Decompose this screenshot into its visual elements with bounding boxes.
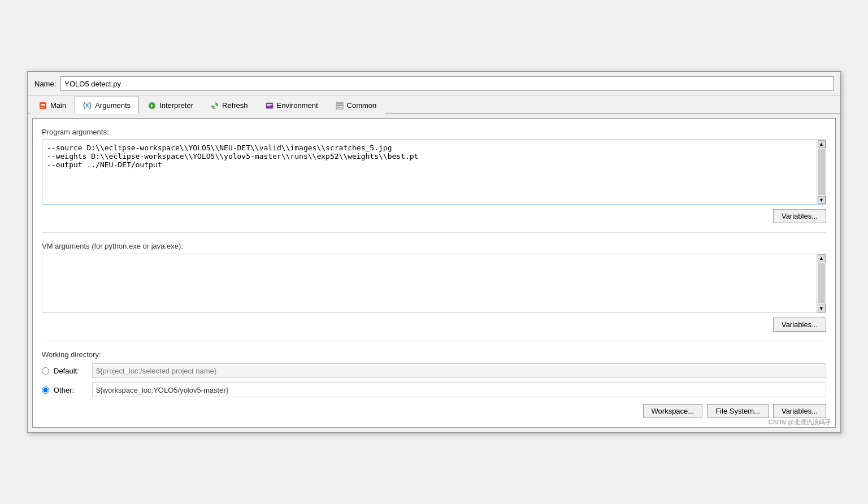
program-arguments-wrapper: --source D:\\eclipse-workspace\\YOLO5\\N… [42, 140, 826, 205]
watermark: CSDN @北漂流浪码手 [769, 418, 831, 427]
vm-scroll-up-arrow[interactable]: ▲ [818, 254, 826, 262]
scroll-thumb[interactable] [818, 149, 825, 195]
other-dir-input[interactable] [92, 383, 826, 397]
vm-args-scrollbar[interactable]: ▲ ▼ [817, 254, 826, 312]
working-dir-variables-button[interactable]: Variables... [773, 404, 826, 418]
workspace-button[interactable]: Workspace... [643, 404, 703, 418]
program-arguments-section: Program arguments: --source D:\\eclipse-… [42, 128, 826, 223]
svg-rect-10 [337, 103, 342, 105]
file-system-button[interactable]: File System... [707, 404, 769, 418]
svg-rect-8 [267, 105, 271, 106]
main-icon [38, 101, 47, 110]
vm-arguments-input[interactable] [42, 254, 817, 311]
refresh-icon [210, 101, 219, 110]
common-icon [335, 101, 344, 110]
default-radio-row: Default: [42, 363, 826, 378]
environment-icon [265, 101, 274, 110]
vm-arguments-wrapper: ▲ ▼ [42, 254, 826, 313]
svg-rect-1 [41, 104, 45, 105]
tab-common[interactable]: Common [327, 97, 385, 114]
arguments-icon: (x)= [83, 101, 92, 110]
svg-rect-11 [337, 105, 342, 106]
svg-rect-7 [267, 104, 272, 105]
svg-text:(x)=: (x)= [83, 101, 92, 109]
svg-rect-12 [337, 107, 341, 108]
program-args-variables-row: Variables... [42, 209, 826, 223]
vm-scroll-down-arrow[interactable]: ▼ [818, 305, 826, 312]
program-args-variables-button[interactable]: Variables... [773, 209, 826, 223]
vm-args-variables-button[interactable]: Variables... [773, 318, 826, 332]
svg-rect-2 [41, 105, 45, 106]
separator-1 [42, 232, 826, 233]
name-input[interactable] [60, 76, 834, 91]
tab-interpreter[interactable]: Interpreter [139, 97, 202, 114]
vm-scroll-thumb[interactable] [818, 263, 825, 303]
tab-refresh[interactable]: Refresh [202, 97, 257, 114]
svg-rect-3 [41, 107, 44, 108]
separator-2 [42, 341, 826, 341]
tab-environment-label: Environment [277, 101, 318, 110]
tab-arguments-label: Arguments [95, 101, 131, 110]
working-directory-section: Working directory: Default: Other: Works… [42, 350, 826, 418]
tab-refresh-label: Refresh [222, 101, 248, 110]
scroll-down-arrow[interactable]: ▼ [818, 196, 826, 204]
tabs-bar: Main (x)= Arguments Interpreter Refresh … [28, 96, 840, 114]
other-radio-label: Other: [54, 386, 88, 394]
name-label: Name: [34, 80, 56, 88]
tab-arguments[interactable]: (x)= Arguments [75, 97, 139, 114]
other-radio[interactable] [42, 386, 49, 394]
content-area: Program arguments: --source D:\\eclipse-… [32, 118, 836, 428]
tab-interpreter-label: Interpreter [159, 101, 193, 110]
program-args-scrollbar[interactable]: ▲ ▼ [817, 140, 826, 204]
scroll-up-arrow[interactable]: ▲ [818, 140, 826, 148]
tab-common-label: Common [347, 101, 377, 110]
vm-arguments-section: VM arguments (for python.exe or java.exe… [42, 242, 826, 332]
working-directory-label: Working directory: [42, 350, 826, 359]
default-radio[interactable] [42, 367, 49, 375]
tab-main[interactable]: Main [30, 97, 75, 114]
default-radio-label: Default: [54, 367, 88, 375]
program-arguments-label: Program arguments: [42, 128, 826, 136]
default-dir-input[interactable] [92, 363, 826, 378]
tab-environment[interactable]: Environment [257, 97, 327, 114]
other-radio-row: Other: [42, 383, 826, 397]
interpreter-icon [147, 101, 157, 110]
vm-args-variables-row: Variables... [42, 318, 826, 332]
working-dir-buttons: Workspace... File System... Variables... [42, 404, 826, 418]
vm-arguments-label: VM arguments (for python.exe or java.exe… [42, 242, 826, 250]
tab-main-label: Main [50, 101, 66, 110]
program-arguments-input[interactable]: --source D:\\eclipse-workspace\\YOLO5\\N… [42, 140, 817, 202]
